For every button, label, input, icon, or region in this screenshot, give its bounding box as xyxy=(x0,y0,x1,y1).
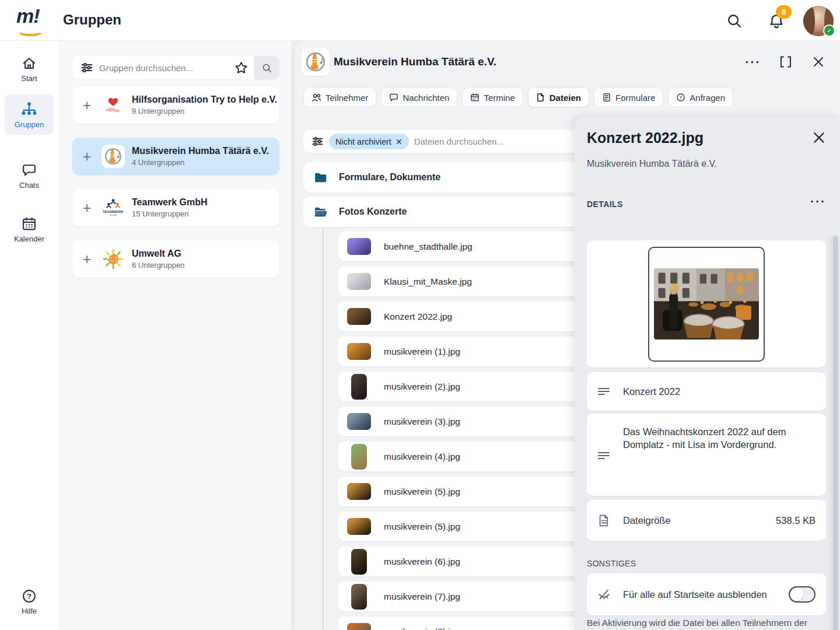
file-description-field[interactable]: Das Weihnachtskonzert 2022 auf dem Dompl… xyxy=(587,414,826,496)
file-size-label: Dateigröße xyxy=(623,514,671,527)
other-section-heading: SONSTIGES xyxy=(587,559,636,568)
left-nav: Start Gruppen Chats xyxy=(0,41,58,630)
tab-teilnehmer[interactable]: Teilnehmer xyxy=(303,88,376,107)
file-row[interactable]: Klausi_mit_Maske.jpg xyxy=(338,267,589,296)
file-size-value: 538.5 KB xyxy=(776,515,816,526)
file-thumbnail-box xyxy=(346,304,372,330)
hide-on-home-hint: Bei Aktivierung wird die Datei bei allen… xyxy=(587,617,822,629)
tab-anfragen[interactable]: ? Anfragen xyxy=(668,88,733,107)
app-logo[interactable]: m! xyxy=(16,5,44,35)
group-subgroups: 4 Untergruppen xyxy=(132,158,269,167)
hide-on-home-toggle[interactable] xyxy=(789,586,816,603)
filter-sliders-icon[interactable] xyxy=(312,135,324,148)
sidebar-item-gruppen[interactable]: Gruppen xyxy=(5,94,54,135)
top-bar: m! Gruppen 8 ✓ xyxy=(0,0,840,41)
group-search-input[interactable] xyxy=(99,63,229,73)
close-icon[interactable] xyxy=(810,54,827,70)
file-row[interactable]: musikverein (6).jpg xyxy=(338,547,589,576)
file-thumbnail-box xyxy=(346,549,372,575)
message-icon xyxy=(389,93,398,102)
sidebar-item-chats[interactable]: Chats xyxy=(5,156,54,195)
tab-formulare[interactable]: Formulare xyxy=(594,88,663,107)
folder-open-icon xyxy=(313,205,328,219)
file-row[interactable]: musikverein (5).jpg xyxy=(338,512,589,541)
tree-indent-line xyxy=(323,228,324,630)
sidebar-item-label: Gruppen xyxy=(15,120,44,129)
group-subgroups: 6 Untergruppen xyxy=(132,261,184,270)
app-logo-text: m! xyxy=(16,5,44,27)
folder-row-formulare-dokumente[interactable]: Formulare, Dokumente xyxy=(303,162,589,192)
group-search-button[interactable] xyxy=(254,56,279,79)
file-name: buehne_stadthalle.jpg xyxy=(384,242,473,252)
group-card-umwelt[interactable]: + Umwelt AG 6 Untergruppen xyxy=(72,240,279,278)
group-name: Hilfsorganisation Try to Help e.V. xyxy=(132,94,277,106)
text-lines-icon xyxy=(596,449,611,463)
file-name: musikverein (5).jpg xyxy=(384,487,460,497)
group-card-musikverein[interactable]: + Musikverein Humba Tätärä e.V. 4 Unterg… xyxy=(72,138,279,175)
folder-name: Fotos Konzerte xyxy=(339,206,407,217)
file-thumbnail xyxy=(347,413,371,430)
svg-text:?: ? xyxy=(27,592,32,601)
sidebar-item-kalender[interactable]: Kalender xyxy=(5,210,54,249)
file-thumbnail-box xyxy=(346,479,372,505)
file-thumbnail-box xyxy=(346,584,372,610)
folder-icon xyxy=(313,170,328,185)
file-row[interactable]: musikverein (8).jpg xyxy=(338,617,589,630)
details-scrollbar-thumb[interactable] xyxy=(833,236,838,630)
folder-row-fotos-konzerte[interactable]: Fotos Konzerte xyxy=(303,197,589,227)
filter-sliders-icon[interactable] xyxy=(72,61,99,74)
group-list-panel: + Hilfsorganisation Try to Help e.V. 9 U… xyxy=(58,41,292,630)
filter-chip-nicht-archiviert[interactable]: Nicht archiviert ✕ xyxy=(329,134,409,149)
file-thumbnail xyxy=(351,549,367,575)
group-cards: + Hilfsorganisation Try to Help e.V. 9 U… xyxy=(72,86,279,278)
file-name: musikverein (6).jpg xyxy=(384,556,460,567)
group-name: Teamwerk GmbH xyxy=(132,197,208,208)
file-row[interactable]: musikverein (1).jpg xyxy=(338,337,589,366)
svg-text:TEAMWERK: TEAMWERK xyxy=(103,209,124,214)
hide-on-home-row: Für alle auf Startseite ausblenden xyxy=(587,573,826,615)
fullscreen-icon[interactable] xyxy=(778,54,794,70)
file-thumbnail xyxy=(351,584,367,610)
group-more-button[interactable]: ··· xyxy=(745,54,761,70)
tab-dateien[interactable]: Dateien xyxy=(528,88,589,107)
group-logo-teamwerk: TEAMWERK GmbH xyxy=(102,196,125,219)
expand-plus-icon[interactable]: + xyxy=(79,200,94,215)
document-icon xyxy=(596,514,611,527)
file-preview-frame[interactable] xyxy=(648,247,765,362)
file-row[interactable]: Konzert 2022.jpg xyxy=(338,302,589,331)
details-more-button[interactable]: ··· xyxy=(810,198,826,204)
expand-plus-icon[interactable]: + xyxy=(79,251,94,267)
eye-off-icon xyxy=(596,587,611,602)
tab-termine[interactable]: Termine xyxy=(462,88,523,107)
file-row[interactable]: musikverein (2).jpg xyxy=(338,372,589,401)
sidebar-item-hilfe[interactable]: ? Hilfe xyxy=(5,582,54,621)
file-row[interactable]: musikverein (7).jpg xyxy=(338,582,589,611)
group-card-hilfsorganisation[interactable]: + Hilfsorganisation Try to Help e.V. 9 U… xyxy=(72,86,279,124)
file-row[interactable]: musikverein (5).jpg xyxy=(338,477,589,506)
file-name: musikverein (2).jpg xyxy=(384,382,460,392)
file-thumbnail xyxy=(347,483,371,500)
file-search-input[interactable] xyxy=(414,136,583,146)
file-icon xyxy=(536,93,545,102)
expand-plus-icon[interactable]: + xyxy=(79,149,94,164)
file-details-title: Konzert 2022.jpg xyxy=(587,130,704,146)
file-row[interactable]: buehne_stadthalle.jpg xyxy=(338,232,589,261)
tab-nachrichten[interactable]: Nachrichten xyxy=(381,88,457,107)
star-icon[interactable] xyxy=(229,61,254,75)
text-lines-icon xyxy=(596,384,611,398)
file-row[interactable]: musikverein (4).jpg xyxy=(338,442,589,471)
file-title-field[interactable]: Konzert 2022 xyxy=(587,372,826,411)
file-preview-image xyxy=(654,268,759,340)
group-card-teamwerk[interactable]: + TEAMWERK GmbH Teamwerk GmbH 15 Untergr… xyxy=(72,189,279,226)
group-subgroups: 15 Untergruppen xyxy=(132,209,208,218)
global-search-button[interactable] xyxy=(725,12,744,30)
chip-close-icon[interactable]: ✕ xyxy=(396,137,402,146)
sidebar-item-start[interactable]: Start xyxy=(5,50,54,89)
details-close-icon[interactable] xyxy=(811,130,827,146)
expand-plus-icon[interactable]: + xyxy=(79,97,94,113)
details-section-heading: DETAILS xyxy=(587,200,623,209)
file-thumbnail-box xyxy=(346,234,372,260)
file-row[interactable]: musikverein (3).jpg xyxy=(338,407,589,436)
file-name: Konzert 2022.jpg xyxy=(384,312,452,322)
chat-icon xyxy=(21,162,37,178)
